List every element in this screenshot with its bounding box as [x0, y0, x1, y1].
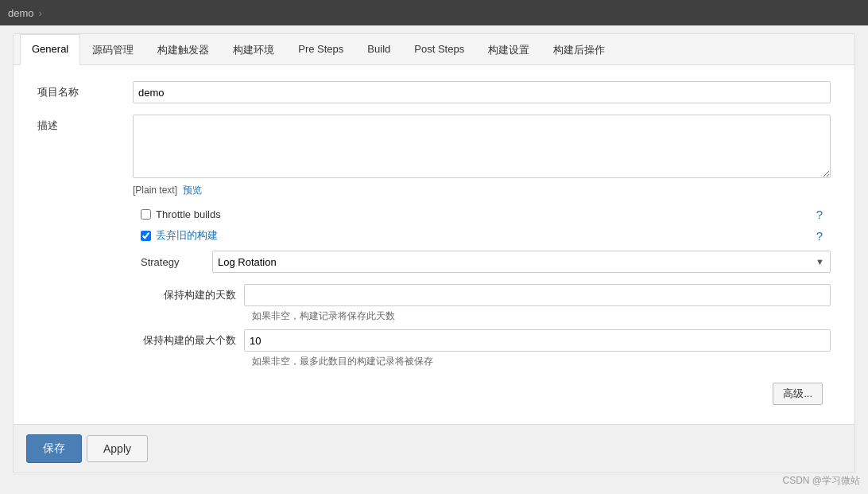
- project-name-label: 项目名称: [37, 81, 133, 99]
- strategy-row: Strategy Log Rotation Item Level Log Rot…: [141, 251, 831, 273]
- tab-presteps[interactable]: Pre Steps: [286, 34, 355, 65]
- discard-help-icon[interactable]: ?: [816, 229, 823, 243]
- description-label: 描述: [37, 115, 133, 133]
- keep-days-row: 保持构建的天数: [141, 284, 831, 306]
- tab-build[interactable]: Build: [355, 34, 402, 65]
- description-textarea[interactable]: [133, 115, 831, 178]
- tab-source[interactable]: 源码管理: [80, 34, 145, 65]
- advanced-button[interactable]: 高级...: [773, 383, 823, 405]
- project-name-input[interactable]: [133, 81, 831, 103]
- keep-max-input[interactable]: [244, 329, 831, 352]
- main-content: General 源码管理 构建触发器 构建环境 Pre Steps Build …: [0, 25, 868, 494]
- apply-button[interactable]: Apply: [87, 435, 148, 462]
- breadcrumb-arrow: ›: [39, 7, 42, 19]
- discard-checkbox[interactable]: [141, 231, 151, 241]
- keep-max-row: 保持构建的最大个数: [141, 329, 831, 352]
- strategy-select[interactable]: Log Rotation Item Level Log Rotation Nev…: [212, 251, 831, 273]
- tab-settings[interactable]: 构建设置: [476, 34, 541, 65]
- tab-env[interactable]: 构建环境: [221, 34, 286, 65]
- description-row: 描述 [Plain text] 预览: [37, 115, 831, 197]
- richtext-preview-link[interactable]: 预览: [183, 185, 202, 196]
- tab-poststeps[interactable]: Post Steps: [402, 34, 476, 65]
- tab-postbuild[interactable]: 构建后操作: [541, 34, 617, 65]
- throttle-builds-row: Throttle builds ?: [37, 208, 831, 220]
- throttle-help-icon[interactable]: ?: [816, 208, 823, 221]
- keep-days-hint: 如果非空，构建记录将保存此天数: [244, 309, 831, 323]
- bottom-bar: 保存 Apply: [14, 424, 854, 473]
- config-panel: General 源码管理 构建触发器 构建环境 Pre Steps Build …: [13, 33, 855, 473]
- tab-trigger[interactable]: 构建触发器: [145, 34, 221, 65]
- tab-bar: General 源码管理 构建触发器 构建环境 Pre Steps Build …: [14, 34, 854, 65]
- keep-max-input-wrap: [244, 329, 831, 352]
- strategy-section: Strategy Log Rotation Item Level Log Rot…: [37, 251, 831, 408]
- project-name-input-wrap: [133, 81, 831, 103]
- richtext-plain-label: [Plain text]: [133, 185, 177, 196]
- discard-label[interactable]: 丢弃旧的构建: [156, 228, 218, 243]
- keep-days-input[interactable]: [244, 284, 831, 306]
- keep-days-input-wrap: [244, 284, 831, 306]
- top-bar: demo ›: [0, 0, 868, 25]
- form-area: 项目名称 描述 [Plain text] 预览 Thr: [14, 65, 854, 424]
- save-button[interactable]: 保存: [26, 434, 82, 463]
- strategy-select-wrap: Log Rotation Item Level Log Rotation Nev…: [212, 251, 831, 273]
- description-input-wrap: [Plain text] 预览: [133, 115, 831, 197]
- keep-max-hint: 如果非空，最多此数目的构建记录将被保存: [244, 355, 831, 368]
- tab-general[interactable]: General: [20, 34, 80, 65]
- strategy-label: Strategy: [141, 256, 212, 268]
- keep-max-label: 保持构建的最大个数: [141, 333, 244, 348]
- richtext-toolbar: [Plain text] 预览: [133, 184, 831, 197]
- throttle-label[interactable]: Throttle builds: [156, 208, 221, 220]
- throttle-checkbox[interactable]: [141, 209, 151, 220]
- project-name[interactable]: demo: [8, 7, 34, 19]
- project-name-row: 项目名称: [37, 81, 831, 103]
- discard-builds-row: 丢弃旧的构建 ?: [37, 228, 831, 243]
- advanced-btn-row: 高级...: [141, 375, 831, 408]
- watermark: CSDN @学习微站: [782, 474, 860, 488]
- keep-days-label: 保持构建的天数: [141, 288, 244, 302]
